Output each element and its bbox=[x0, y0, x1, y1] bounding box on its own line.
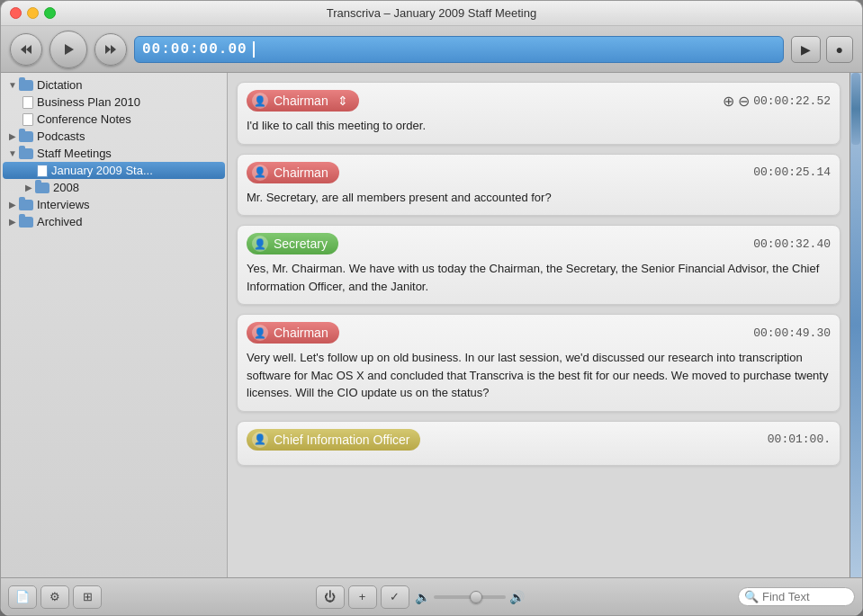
maximize-button[interactable] bbox=[44, 7, 56, 19]
entry-header-5: 👤 Chief Information Officer 00:01:00. bbox=[247, 429, 831, 451]
entry-text-2: Mr. Secretary, are all members present a… bbox=[247, 189, 831, 207]
sidebar-item-archived[interactable]: ▶ Archived bbox=[1, 213, 227, 230]
svg-marker-1 bbox=[26, 45, 31, 54]
play-alt-button[interactable]: ▶ bbox=[791, 36, 821, 63]
folder-icon-2008 bbox=[35, 183, 49, 193]
speaker-name-3: Secretary bbox=[274, 237, 328, 251]
sidebar-item-conference-notes[interactable]: Conference Notes bbox=[1, 111, 227, 128]
disclosure-podcasts: ▶ bbox=[6, 131, 19, 141]
plus-icon: + bbox=[359, 590, 366, 603]
volume-thumb[interactable] bbox=[470, 591, 482, 603]
doc-icon-jan2009 bbox=[37, 165, 48, 177]
speaker-badge-cio[interactable]: 👤 Chief Information Officer bbox=[247, 429, 420, 451]
speaker-icon-4: 👤 bbox=[252, 325, 268, 341]
speaker-badge-chairman-1[interactable]: 👤 Chairman ⇕ bbox=[247, 90, 359, 112]
scrollbar[interactable] bbox=[850, 73, 862, 577]
toolbar-right-buttons: ▶ ● bbox=[791, 36, 853, 63]
sidebar-label-business-plan: Business Plan 2010 bbox=[37, 95, 140, 109]
svg-marker-0 bbox=[21, 45, 26, 54]
svg-marker-4 bbox=[111, 45, 116, 54]
entry-header-2: 👤 Chairman 00:00:25.14 bbox=[247, 162, 831, 183]
record-button[interactable]: ● bbox=[826, 36, 853, 63]
document-icon: 📄 bbox=[15, 590, 30, 603]
speaker-name-5: Chief Information Officer bbox=[274, 433, 409, 447]
disclosure-dictation: ▼ bbox=[6, 80, 19, 90]
entry-text-1: I'd like to call this meeting to order. bbox=[247, 117, 831, 135]
entry-header-3: 👤 Secretary 00:00:32.40 bbox=[247, 233, 831, 254]
timestamp-5: 00:01:00. bbox=[768, 433, 831, 446]
timestamp-2: 00:00:25.14 bbox=[753, 165, 831, 179]
rewind-button[interactable] bbox=[10, 33, 42, 66]
minimize-button[interactable] bbox=[27, 7, 39, 19]
volume-track[interactable] bbox=[434, 595, 506, 599]
gear-icon: ⚙ bbox=[49, 590, 60, 603]
disclosure-interviews: ▶ bbox=[6, 200, 19, 210]
play-button[interactable] bbox=[49, 31, 87, 68]
volume-high-icon: 🔊 bbox=[509, 590, 525, 604]
grid-button[interactable]: ⊞ bbox=[73, 585, 102, 609]
find-text-area[interactable]: 🔍 bbox=[738, 587, 855, 606]
bottom-left-buttons: 📄 ⚙ ⊞ bbox=[8, 585, 102, 609]
folder-icon-staff-meetings bbox=[19, 148, 33, 159]
sidebar: ▼ Dictation Business Plan 2010 Conferenc… bbox=[1, 73, 228, 577]
folder-icon-podcasts bbox=[19, 131, 33, 142]
toolbar: 00:00:00.00 ▶ ● bbox=[1, 26, 862, 73]
transcript-panel: 👤 Chairman ⇕ ⊕ ⊖ 00:00:22.52 I'd like to… bbox=[228, 73, 850, 577]
add-entry-btn-1[interactable]: ⊕ bbox=[723, 93, 734, 110]
sidebar-item-dictation[interactable]: ▼ Dictation bbox=[1, 76, 227, 94]
entry-text-4: Very well. Let's follow up on old busine… bbox=[247, 349, 831, 402]
check-button[interactable]: ✓ bbox=[381, 585, 409, 609]
doc-icon-business-plan bbox=[22, 96, 33, 109]
transcript-entry-4: 👤 Chairman 00:00:49.30 Very well. Let's … bbox=[237, 314, 841, 412]
timestamp-4: 00:00:49.30 bbox=[753, 326, 831, 340]
sidebar-label-jan2009: January 2009 Sta... bbox=[51, 164, 153, 177]
speaker-expand-1: ⇕ bbox=[337, 94, 348, 108]
close-button[interactable] bbox=[10, 7, 22, 19]
sidebar-label-interviews: Interviews bbox=[37, 198, 90, 211]
svg-marker-3 bbox=[105, 45, 111, 54]
search-icon: 🔍 bbox=[744, 590, 759, 603]
document-button[interactable]: 📄 bbox=[8, 585, 37, 609]
app-window: Transcriva – January 2009 Staff Meeting … bbox=[0, 0, 863, 616]
gear-button[interactable]: ⚙ bbox=[40, 585, 69, 609]
folder-icon-dictation bbox=[19, 80, 33, 91]
remove-entry-btn-1[interactable]: ⊖ bbox=[738, 93, 750, 110]
scrollbar-thumb[interactable] bbox=[851, 73, 860, 145]
sidebar-item-staff-meetings[interactable]: ▼ Staff Meetings bbox=[1, 145, 227, 162]
sidebar-item-business-plan[interactable]: Business Plan 2010 bbox=[1, 94, 227, 111]
speaker-badge-secretary[interactable]: 👤 Secretary bbox=[247, 233, 338, 254]
timestamp-3: 00:00:32.40 bbox=[753, 237, 831, 251]
plus-button[interactable]: + bbox=[348, 585, 377, 609]
entry-text-3: Yes, Mr. Chairman. We have with us today… bbox=[247, 260, 831, 295]
disclosure-archived: ▶ bbox=[6, 217, 19, 227]
speaker-icon-1: 👤 bbox=[252, 93, 268, 109]
power-icon: ⏻ bbox=[324, 590, 336, 603]
speaker-badge-chairman-4[interactable]: 👤 Chairman bbox=[247, 322, 339, 344]
find-input[interactable] bbox=[762, 590, 843, 603]
sidebar-label-archived: Archived bbox=[37, 215, 83, 228]
sidebar-item-interviews[interactable]: ▶ Interviews bbox=[1, 196, 227, 213]
traffic-lights bbox=[10, 7, 56, 19]
entry-header-1: 👤 Chairman ⇕ ⊕ ⊖ 00:00:22.52 bbox=[247, 90, 831, 112]
titlebar: Transcriva – January 2009 Staff Meeting bbox=[1, 1, 862, 26]
volume-slider: 🔈 🔊 bbox=[415, 590, 525, 604]
check-icon: ✓ bbox=[390, 590, 400, 603]
sidebar-item-jan2009[interactable]: January 2009 Sta... bbox=[3, 162, 225, 179]
bottombar: 📄 ⚙ ⊞ ⏻ + ✓ 🔈 bbox=[1, 577, 862, 615]
sidebar-item-podcasts[interactable]: ▶ Podcasts bbox=[1, 128, 227, 145]
timestamp-1: 00:00:22.52 bbox=[753, 94, 831, 108]
speaker-badge-chairman-2[interactable]: 👤 Chairman bbox=[247, 162, 339, 183]
window-title: Transcriva – January 2009 Staff Meeting bbox=[327, 6, 536, 20]
speaker-name-2: Chairman bbox=[274, 165, 328, 180]
sidebar-label-podcasts: Podcasts bbox=[37, 129, 85, 143]
sidebar-label-2008: 2008 bbox=[53, 181, 79, 194]
fastforward-button[interactable] bbox=[94, 33, 127, 66]
speaker-icon-2: 👤 bbox=[252, 165, 268, 181]
folder-icon-archived bbox=[19, 217, 33, 228]
speaker-icon-3: 👤 bbox=[252, 236, 268, 252]
center-action-buttons: ⏻ + ✓ bbox=[316, 585, 409, 609]
sidebar-item-2008[interactable]: ▶ 2008 bbox=[1, 179, 227, 196]
power-button[interactable]: ⏻ bbox=[316, 585, 345, 609]
entry-controls-1: ⊕ ⊖ 00:00:22.52 bbox=[723, 93, 831, 110]
speaker-icon-5: 👤 bbox=[252, 432, 268, 448]
